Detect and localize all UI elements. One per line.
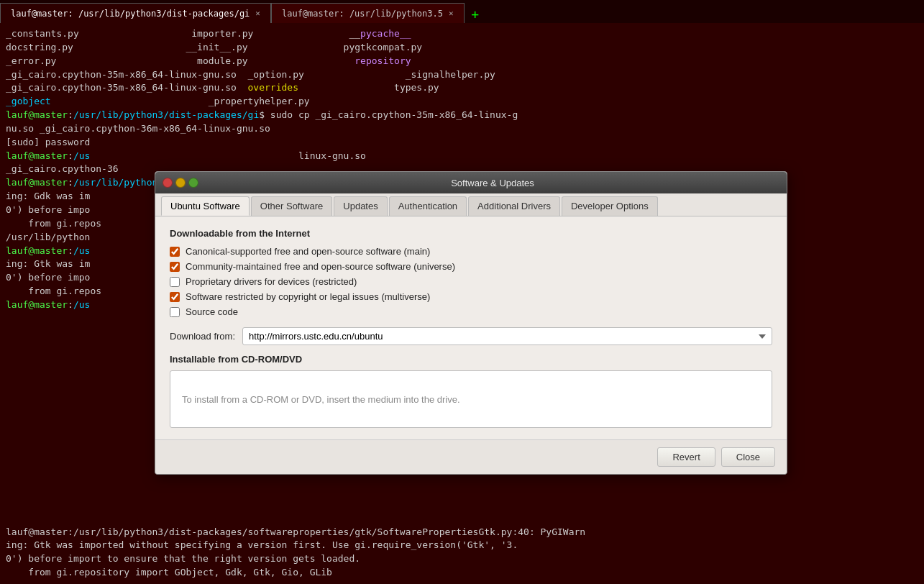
download-from-row: Download from: http://mirrors.ustc.edu.c… bbox=[170, 327, 772, 345]
terminal-bottom: lauf@master:/usr/lib/python3/dist-packag… bbox=[0, 521, 924, 584]
dialog-body: Downloadable from the Internet Canonical… bbox=[155, 216, 787, 439]
tab-1-close[interactable]: ✕ bbox=[255, 9, 260, 18]
term-line-6: _gobject _propertyhelper.py bbox=[6, 95, 918, 109]
download-from-select[interactable]: http://mirrors.ustc.edu.cn/ubuntu bbox=[242, 327, 772, 345]
downloadable-section-title: Downloadable from the Internet bbox=[170, 228, 772, 239]
tab-1-label: lauf@master: /usr/lib/python3/dist-packa… bbox=[11, 9, 250, 19]
checkbox-proprietary-label: Proprietary drivers for devices (restric… bbox=[186, 276, 357, 287]
term-line-9: [sudo] password bbox=[6, 136, 918, 150]
cdrom-placeholder-text: To install from a CD-ROM or DVD, insert … bbox=[182, 394, 460, 405]
dialog-footer: Revert Close bbox=[155, 439, 787, 474]
checkbox-source-row: Source code bbox=[170, 306, 772, 317]
tab-authentication[interactable]: Authentication bbox=[389, 196, 467, 216]
checkbox-community[interactable] bbox=[170, 262, 180, 272]
tab-1[interactable]: lauf@master: /usr/lib/python3/dist-packa… bbox=[0, 3, 271, 23]
tab-updates[interactable]: Updates bbox=[334, 196, 387, 216]
tab-2-label: lauf@master: /usr/lib/python3.5 bbox=[282, 9, 443, 19]
term-line-3: _error.py module.py repository bbox=[6, 55, 918, 68]
software-updates-dialog: Software & Updates Ubuntu Software Other… bbox=[155, 171, 787, 475]
cdrom-section-title: Installable from CD-ROM/DVD bbox=[170, 354, 772, 365]
checkbox-canonical[interactable] bbox=[170, 247, 180, 257]
term-bottom-4: from gi.repository import GObject, Gdk, … bbox=[6, 566, 918, 580]
tab-2[interactable]: lauf@master: /usr/lib/python3.5 ✕ bbox=[271, 3, 465, 23]
checkbox-source-label: Source code bbox=[186, 306, 238, 317]
tab-2-close[interactable]: ✕ bbox=[449, 9, 454, 18]
term-line-5: _gi_cairo.cpython-35m-x86_64-linux-gnu.s… bbox=[6, 81, 918, 95]
term-bottom-1: lauf@master:/usr/lib/python3/dist-packag… bbox=[6, 526, 918, 539]
cdrom-box: To install from a CD-ROM or DVD, insert … bbox=[170, 370, 772, 428]
term-bottom-2: ing: Gtk was imported without specifying… bbox=[6, 539, 918, 552]
term-line-2: docstring.py __init__.py pygtkcompat.py bbox=[6, 41, 918, 55]
checkbox-source[interactable] bbox=[170, 307, 180, 317]
checkbox-restricted-label: Software restricted by copyright or lega… bbox=[186, 291, 430, 302]
checkbox-community-label: Community-maintained free and open-sourc… bbox=[186, 261, 455, 272]
checkbox-community-row: Community-maintained free and open-sourc… bbox=[170, 261, 772, 272]
tab-developer-options[interactable]: Developer Options bbox=[562, 196, 658, 216]
term-line-8: nu.so _gi_cairo.cpython-36m-x86_64-linux… bbox=[6, 122, 918, 136]
checkbox-canonical-label: Canonical-supported free and open-source… bbox=[186, 246, 430, 257]
window-maximize-button[interactable] bbox=[188, 178, 198, 188]
term-line-4: _gi_cairo.cpython-35m-x86_64-linux-gnu.s… bbox=[6, 68, 918, 82]
checkbox-restricted-row: Software restricted by copyright or lega… bbox=[170, 291, 772, 302]
window-controls bbox=[163, 178, 198, 188]
checkbox-proprietary-row: Proprietary drivers for devices (restric… bbox=[170, 276, 772, 287]
revert-button[interactable]: Revert bbox=[657, 447, 715, 467]
tab-bar: lauf@master: /usr/lib/python3/dist-packa… bbox=[0, 0, 924, 23]
window-close-button[interactable] bbox=[163, 178, 173, 188]
term-line-10: lauf@master:/us linux-gnu.so bbox=[6, 150, 918, 163]
window-minimize-button[interactable] bbox=[175, 178, 186, 188]
tab-other-software[interactable]: Other Software bbox=[251, 196, 332, 216]
dialog-title: Software & Updates bbox=[206, 178, 779, 188]
term-line-1: _constants.py importer.py __pycache__ bbox=[6, 27, 918, 41]
term-line-7: lauf@master:/usr/lib/python3/dist-packag… bbox=[6, 109, 918, 122]
new-tab-button[interactable]: + bbox=[466, 4, 485, 23]
checkbox-restricted[interactable] bbox=[170, 292, 180, 302]
term-bottom-3: 0') before import to ensure that the rig… bbox=[6, 552, 918, 566]
tab-additional-drivers[interactable]: Additional Drivers bbox=[468, 196, 560, 216]
dialog-titlebar: Software & Updates bbox=[155, 172, 787, 193]
checkbox-canonical-row: Canonical-supported free and open-source… bbox=[170, 246, 772, 257]
dialog-tab-bar: Ubuntu Software Other Software Updates A… bbox=[155, 193, 787, 216]
download-from-label: Download from: bbox=[170, 331, 235, 342]
tab-ubuntu-software[interactable]: Ubuntu Software bbox=[161, 196, 250, 216]
close-button[interactable]: Close bbox=[721, 447, 775, 467]
checkbox-proprietary[interactable] bbox=[170, 277, 180, 287]
